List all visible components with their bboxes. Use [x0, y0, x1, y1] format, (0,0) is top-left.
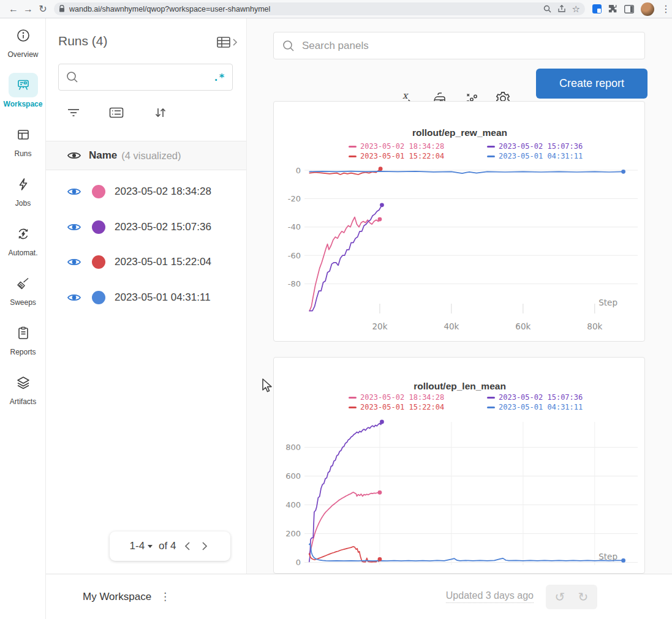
undo-icon[interactable]: ↺ [548, 587, 572, 607]
sidebar-item-artifacts[interactable]: Artifacts [0, 370, 46, 406]
sidebar-item-runs[interactable]: Runs [0, 122, 46, 158]
sidebar-item-automations[interactable]: Automat. [0, 222, 46, 257]
prev-page-button[interactable] [182, 541, 193, 551]
automations-icon [9, 222, 38, 246]
url-text: wandb.ai/shawnhymel/qwop?workspace=user-… [69, 5, 537, 13]
run-row[interactable]: 2023-05-02 15:07:36 [46, 209, 246, 245]
updated-timestamp[interactable]: Updated 3 days ago [446, 590, 534, 603]
legend-run-name: 2023-05-01 15:22:04 [360, 403, 444, 411]
sort-icon[interactable] [153, 105, 168, 120]
svg-text:60k: 60k [515, 321, 530, 331]
svg-text:Step: Step [598, 298, 617, 307]
regex-toggle[interactable]: .* [213, 72, 225, 83]
workspace-menu-icon[interactable]: ⋮ [160, 590, 171, 603]
legend-run-name: 2023-05-01 15:22:04 [360, 152, 444, 160]
group-list-icon[interactable] [109, 105, 124, 120]
address-bar[interactable]: wandb.ai/shawnhymel/qwop?workspace=user-… [54, 2, 585, 15]
lock-icon [59, 5, 65, 13]
sidebar-label: Automat. [8, 249, 37, 257]
legend-run-name: 2023-05-01 04:31:11 [499, 403, 583, 411]
runs-name-header: Name (4 visualized) [46, 141, 246, 170]
bookmark-star-icon[interactable]: ☆ [572, 4, 580, 15]
workspace-board-icon [9, 73, 38, 97]
eye-icon[interactable] [67, 222, 81, 232]
svg-text:x: x [402, 91, 409, 101]
back-icon[interactable]: ← [6, 4, 21, 15]
workspace-name: My Workspace [83, 591, 151, 603]
eye-icon[interactable] [67, 293, 81, 302]
sidebar-label: Jobs [15, 199, 31, 208]
chart-legend: 2023-05-02 18:34:282023-05-02 15:07:3620… [349, 142, 583, 160]
line-chart[interactable]: 8006004002000Step [274, 417, 645, 574]
legend-dash [349, 397, 357, 399]
profile-avatar[interactable] [641, 2, 654, 16]
run-name[interactable]: 2023-05-01 15:22:04 [115, 256, 211, 268]
visibility-eye-icon[interactable] [67, 151, 81, 160]
legend-dash [487, 407, 495, 408]
sidebar-label: Runs [14, 149, 31, 158]
eye-icon[interactable] [67, 257, 81, 267]
undo-redo-group: ↺ ↻ [546, 585, 597, 609]
svg-text:0: 0 [296, 166, 301, 175]
chart-panel-ep-len-mean[interactable]: rollout/ep_len_mean 2023-05-02 18:34:282… [273, 357, 645, 574]
sidebar-label: Artifacts [10, 397, 36, 406]
share-icon[interactable] [557, 5, 566, 13]
legend-item[interactable]: 2023-05-01 04:31:11 [487, 152, 583, 160]
forward-icon[interactable]: → [21, 4, 36, 15]
legend-item[interactable]: 2023-05-01 15:22:04 [349, 152, 487, 160]
redo-icon[interactable]: ↻ [572, 587, 595, 607]
eye-icon[interactable] [67, 187, 81, 197]
chart-title: rollout/ep_rew_mean [274, 127, 645, 138]
legend-item[interactable]: 2023-05-02 18:34:28 [349, 393, 487, 402]
svg-text:40k: 40k [444, 321, 459, 331]
legend-dash [487, 146, 495, 148]
legend-item[interactable]: 2023-05-01 04:31:11 [487, 403, 583, 411]
run-row[interactable]: 2023-05-01 04:31:11 [46, 280, 246, 315]
sidebar-item-jobs[interactable]: Jobs [0, 172, 46, 208]
extension-badge-icon[interactable] [592, 4, 602, 13]
table-icon [216, 36, 231, 49]
panel-search-box[interactable] [273, 32, 645, 59]
legend-item[interactable]: 2023-05-02 18:34:28 [349, 142, 487, 151]
next-page-button[interactable] [199, 541, 210, 551]
extensions-puzzle-icon[interactable] [608, 4, 617, 13]
create-report-button[interactable]: Create report [536, 69, 647, 99]
visualized-count: (4 visualized) [121, 150, 181, 162]
sidebar-item-reports[interactable]: Reports [0, 321, 46, 356]
legend-item[interactable]: 2023-05-02 15:07:36 [487, 393, 583, 402]
legend-item[interactable]: 2023-05-02 15:07:36 [487, 142, 583, 151]
filter-icon[interactable] [66, 105, 81, 120]
run-name[interactable]: 2023-05-02 18:34:28 [115, 186, 211, 198]
expand-runs-table-button[interactable] [216, 36, 238, 49]
sidebar-item-workspace[interactable]: Workspace [0, 73, 46, 108]
legend-dash [349, 156, 357, 157]
chevron-right-icon [232, 38, 238, 47]
legend-dash [349, 407, 357, 408]
run-name[interactable]: 2023-05-01 04:31:11 [115, 291, 211, 304]
layers-icon [9, 370, 38, 395]
sidebar-item-sweeps[interactable]: Sweeps [0, 271, 46, 307]
chrome-menu-icon[interactable]: ⋮ [661, 3, 668, 15]
runs-filter-row [46, 100, 247, 125]
sidebar-item-overview[interactable]: Overview [0, 23, 46, 59]
legend-run-name: 2023-05-02 15:07:36 [499, 142, 583, 151]
runs-search-box[interactable]: .* [58, 64, 233, 91]
dropdown-caret-icon [148, 545, 153, 548]
zoom-page-icon[interactable] [543, 5, 551, 13]
runs-search-input[interactable] [85, 72, 213, 83]
clipboard-icon [9, 321, 38, 345]
svg-text:-60: -60 [288, 251, 301, 260]
page-range-dropdown[interactable]: 1-4 [130, 540, 153, 552]
panel-search-input[interactable] [302, 40, 636, 52]
run-row[interactable]: 2023-05-01 15:22:04 [46, 244, 246, 280]
line-chart[interactable]: 0-20-40-60-8020k40k60k80kStep [274, 163, 645, 337]
reload-icon[interactable]: ↻ [36, 3, 50, 15]
run-row[interactable]: 2023-05-02 18:34:28 [46, 174, 246, 209]
legend-item[interactable]: 2023-05-01 15:22:04 [349, 403, 487, 411]
info-icon [9, 23, 38, 48]
run-name[interactable]: 2023-05-02 15:07:36 [115, 221, 211, 233]
legend-dash [487, 397, 495, 399]
chart-panel-ep-rew-mean[interactable]: rollout/ep_rew_mean 2023-05-02 18:34:282… [273, 101, 645, 342]
side-panel-icon[interactable] [624, 5, 634, 13]
chart-title: rollout/ep_len_mean [274, 381, 645, 392]
